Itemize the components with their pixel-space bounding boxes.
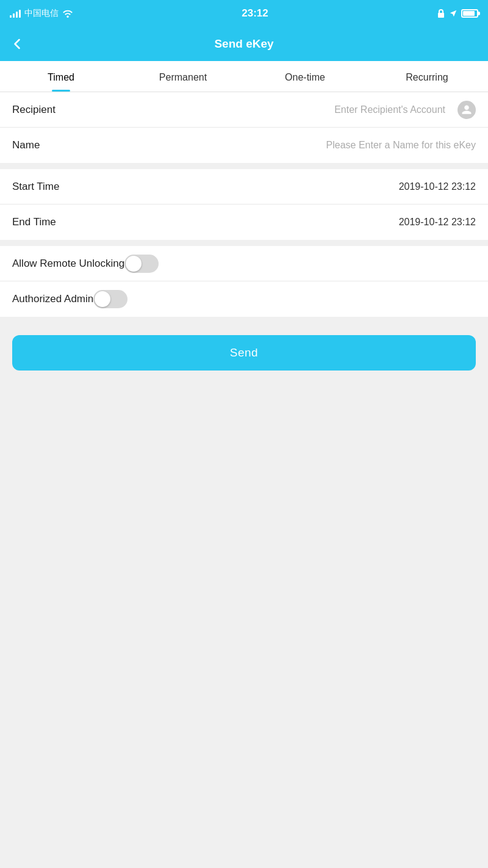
carrier-label: 中国电信 — [24, 8, 59, 19]
battery-fill — [463, 11, 475, 16]
background-filler — [0, 383, 488, 627]
wifi-icon — [62, 9, 73, 18]
tabs-container: Timed Permanent One-time Recurring — [0, 61, 488, 92]
signal-bar-3 — [16, 12, 18, 18]
status-time: 23:12 — [242, 7, 268, 20]
tab-one-time[interactable]: One-time — [244, 61, 366, 92]
end-time-row[interactable]: End Time 2019-10-12 23:12 — [0, 204, 488, 240]
signal-bars — [10, 9, 21, 18]
recipient-input-placeholder[interactable]: Enter Recipient's Account — [85, 104, 445, 115]
time-section: Start Time 2019-10-12 23:12 End Time 201… — [0, 169, 488, 240]
authorized-admin-toggle[interactable] — [93, 290, 127, 308]
signal-bar-2 — [13, 13, 15, 18]
authorized-admin-label: Authorized Admin — [12, 293, 93, 305]
recipient-icon[interactable] — [458, 101, 476, 119]
start-time-row[interactable]: Start Time 2019-10-12 23:12 — [0, 169, 488, 204]
allow-remote-label: Allow Remote Unlocking — [12, 258, 124, 270]
end-time-label: End Time — [12, 216, 85, 228]
status-right — [437, 9, 478, 18]
authorized-admin-slider — [93, 290, 127, 308]
recipient-section: Recipient Enter Recipient's Account Name… — [0, 92, 488, 163]
person-icon — [461, 104, 472, 115]
location-icon — [449, 9, 458, 18]
allow-remote-toggle[interactable] — [124, 255, 159, 273]
svg-rect-0 — [438, 13, 444, 18]
recipient-label: Recipient — [12, 104, 85, 116]
send-button[interactable]: Send — [12, 335, 476, 371]
tab-recurring[interactable]: Recurring — [366, 61, 488, 92]
page-title: Send eKey — [214, 37, 273, 51]
status-bar: 中国电信 23:12 — [0, 0, 488, 27]
authorized-admin-row: Authorized Admin — [0, 281, 488, 317]
allow-remote-slider — [124, 255, 159, 273]
allow-remote-row: Allow Remote Unlocking — [0, 246, 488, 281]
signal-bar-4 — [19, 10, 21, 18]
name-label: Name — [12, 139, 85, 151]
app-header: Send eKey — [0, 27, 488, 61]
signal-bar-1 — [10, 15, 12, 18]
start-time-value: 2019-10-12 23:12 — [85, 181, 476, 192]
name-row[interactable]: Name Please Enter a Name for this eKey — [0, 128, 488, 163]
recipient-row[interactable]: Recipient Enter Recipient's Account — [0, 92, 488, 128]
tab-permanent[interactable]: Permanent — [122, 61, 244, 92]
lock-icon — [437, 9, 445, 18]
end-time-value: 2019-10-12 23:12 — [85, 217, 476, 228]
start-time-label: Start Time — [12, 181, 85, 193]
send-section: Send — [0, 323, 488, 383]
battery-icon — [461, 9, 478, 18]
back-button[interactable] — [10, 37, 24, 51]
tab-timed[interactable]: Timed — [0, 61, 122, 92]
toggles-section: Allow Remote Unlocking Authorized Admin — [0, 246, 488, 317]
status-left: 中国电信 — [10, 8, 73, 19]
name-input-placeholder[interactable]: Please Enter a Name for this eKey — [85, 140, 476, 151]
